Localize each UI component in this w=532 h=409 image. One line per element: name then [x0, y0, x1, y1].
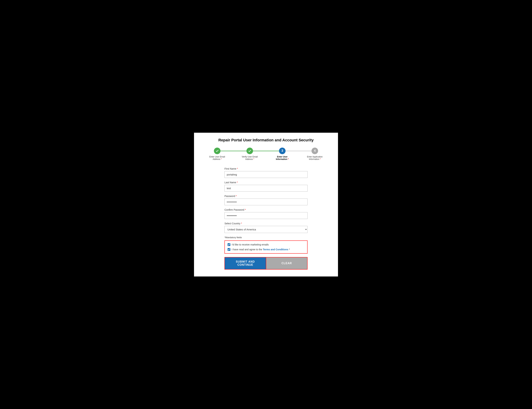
last-name-label: Last Name *	[225, 181, 307, 184]
marketing-checkbox-item: I'd like to receive marketing emails	[228, 243, 304, 246]
password-group: Password *	[225, 195, 307, 205]
confirm-password-input[interactable]	[225, 212, 307, 219]
step-4: 4 Enter Application Information *	[298, 148, 331, 160]
step-1: Enter User Email Address *	[201, 148, 234, 160]
last-name-input[interactable]	[225, 185, 307, 192]
password-label: Password *	[225, 195, 307, 197]
confirm-password-label: Confirm Password *	[225, 208, 307, 211]
step-3: 3 Enter User Information *	[266, 148, 298, 160]
marketing-checkbox-label: I'd like to receive marketing emails	[232, 243, 269, 246]
submit-button[interactable]: SUBMIT AND CONTINUE	[225, 257, 266, 270]
step-1-label: Enter User Email Address *	[207, 156, 228, 160]
step-2: Verify User Email Address *	[234, 148, 266, 160]
step-3-circle: 3	[279, 148, 286, 154]
step-4-circle: 4	[312, 148, 318, 154]
step-3-label: Enter User Information *	[272, 156, 293, 160]
terms-checkbox-label: I have read and agree to the Terms and C…	[232, 248, 290, 251]
country-group: Select Country * United States of Americ…	[225, 222, 307, 233]
mandatory-note: *Mandatory fields	[225, 236, 307, 239]
page-title: Repair Portal User Information and Accou…	[201, 138, 331, 142]
checkbox-group: I'd like to receive marketing emails I h…	[225, 241, 307, 254]
password-input[interactable]	[225, 198, 307, 205]
country-label: Select Country *	[225, 222, 307, 225]
confirm-password-group: Confirm Password *	[225, 208, 307, 219]
terms-checkbox-item: I have read and agree to the Terms and C…	[228, 248, 304, 251]
country-select[interactable]: United States of America Canada United K…	[225, 226, 307, 233]
step-1-circle	[214, 148, 220, 154]
first-name-input[interactable]	[225, 171, 307, 178]
step-2-label: Verify User Email Address *	[239, 156, 260, 160]
user-info-form: First Name * Last Name * Password *	[225, 167, 307, 270]
button-row: SUBMIT AND CONTINUE CLEAR	[225, 257, 307, 270]
clear-button[interactable]: CLEAR	[266, 257, 307, 270]
first-name-label: First Name *	[225, 167, 307, 170]
step-2-circle	[246, 148, 253, 154]
marketing-checkbox[interactable]	[228, 243, 230, 246]
step-4-label: Enter Application Information *	[304, 156, 325, 160]
terms-checkbox[interactable]	[228, 248, 230, 251]
last-name-group: Last Name *	[225, 181, 307, 192]
first-name-group: First Name *	[225, 167, 307, 178]
terms-link[interactable]: Terms and Conditions	[263, 248, 288, 251]
stepper: Enter User Email Address * Verify User E…	[201, 148, 331, 160]
